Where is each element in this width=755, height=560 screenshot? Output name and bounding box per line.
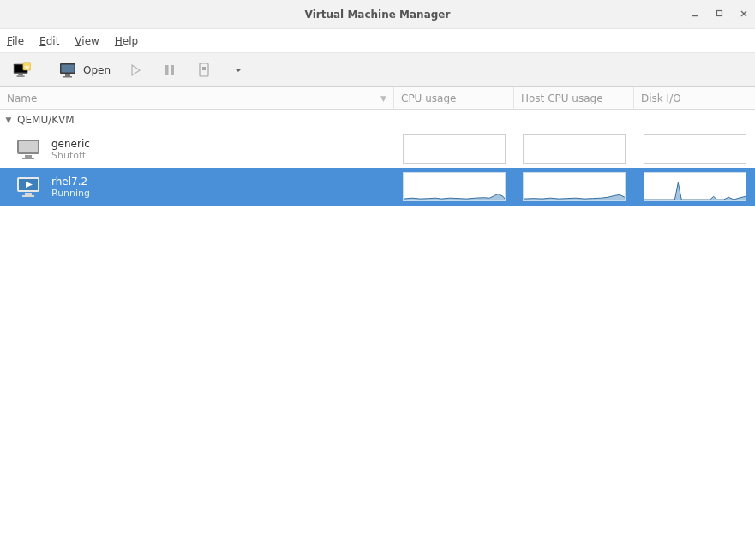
cpu-graph-cell <box>394 168 514 206</box>
svg-rect-4 <box>18 74 22 75</box>
shutdown-button[interactable] <box>189 58 219 82</box>
vm-name: generic <box>51 138 90 150</box>
open-button[interactable]: Open <box>54 58 116 82</box>
svg-rect-17 <box>25 155 32 158</box>
vm-row[interactable]: generic Shutoff <box>0 130 755 168</box>
vm-status: Shutoff <box>51 150 90 161</box>
svg-rect-1 <box>717 10 722 15</box>
vm-name-cell: rhel7.2 Running <box>0 168 394 206</box>
svg-rect-12 <box>171 65 175 75</box>
cpu-graph <box>403 172 506 201</box>
chevron-down-icon <box>229 63 248 78</box>
menu-file[interactable]: File <box>5 33 26 49</box>
app-window: Virtual Machine Manager File Edit View H… <box>0 0 755 560</box>
connection-name: QEMU/KVM <box>17 114 75 126</box>
svg-rect-0 <box>692 15 698 16</box>
column-header-name[interactable]: Name ▼ <box>0 87 394 109</box>
vm-shutoff-icon <box>15 137 43 161</box>
svg-rect-14 <box>202 67 206 70</box>
menu-edit[interactable]: Edit <box>38 33 61 49</box>
maximize-button[interactable] <box>716 9 724 21</box>
monitor-icon <box>59 63 78 78</box>
host-cpu-graph <box>523 172 626 201</box>
svg-rect-18 <box>22 158 34 159</box>
svg-rect-10 <box>63 76 72 78</box>
new-vm-button[interactable] <box>7 58 36 82</box>
monitor-new-icon <box>12 63 31 78</box>
window-title: Virtual Machine Manager <box>305 9 451 21</box>
vm-name-cell: generic Shutoff <box>0 130 394 168</box>
column-header-disk[interactable]: Disk I/O <box>634 87 755 109</box>
play-icon <box>126 63 145 78</box>
svg-rect-22 <box>22 195 34 197</box>
sort-indicator-icon: ▼ <box>380 94 386 103</box>
disk-graph-cell <box>634 168 755 206</box>
vm-running-icon <box>15 175 43 199</box>
disk-graph <box>644 172 746 201</box>
cpu-graph <box>403 134 506 164</box>
minimize-button[interactable] <box>692 9 700 21</box>
cpu-graph-cell <box>394 130 514 168</box>
column-header-host[interactable]: Host CPU usage <box>514 87 634 109</box>
svg-rect-21 <box>25 193 32 195</box>
menu-view[interactable]: View <box>73 33 100 49</box>
connection-row[interactable]: ▼ QEMU/KVM <box>0 110 755 130</box>
host-cpu-graph-cell <box>514 130 634 168</box>
vm-list[interactable]: ▼ QEMU/KVM generic Shutoff <box>0 110 755 560</box>
disk-graph <box>644 134 746 164</box>
titlebar: Virtual Machine Manager <box>0 0 755 29</box>
toolbar: Open <box>0 53 755 87</box>
shutdown-menu-button[interactable] <box>224 58 253 82</box>
host-cpu-graph-cell <box>514 168 634 206</box>
svg-rect-9 <box>65 74 70 76</box>
close-button[interactable] <box>740 9 748 21</box>
svg-rect-8 <box>62 64 75 72</box>
vm-row[interactable]: rhel7.2 Running <box>0 168 755 206</box>
pause-icon <box>160 63 179 78</box>
svg-rect-5 <box>17 75 25 76</box>
column-header-cpu[interactable]: CPU usage <box>394 87 514 109</box>
svg-rect-16 <box>19 141 38 152</box>
pause-button[interactable] <box>155 58 184 82</box>
window-controls <box>692 0 748 29</box>
open-label: Open <box>83 64 111 76</box>
host-cpu-graph <box>523 134 626 164</box>
column-headers: Name ▼ CPU usage Host CPU usage Disk I/O <box>0 87 755 110</box>
toolbar-separator <box>45 60 45 80</box>
vm-name: rhel7.2 <box>51 176 90 188</box>
menu-help[interactable]: Help <box>113 33 140 49</box>
disk-graph-cell <box>634 130 755 168</box>
svg-rect-11 <box>165 65 169 75</box>
menubar: File Edit View Help <box>0 29 755 53</box>
shutdown-icon <box>195 63 213 78</box>
disclosure-triangle-icon[interactable]: ▼ <box>3 116 14 124</box>
run-button[interactable] <box>121 58 150 82</box>
vm-status: Running <box>51 188 90 199</box>
